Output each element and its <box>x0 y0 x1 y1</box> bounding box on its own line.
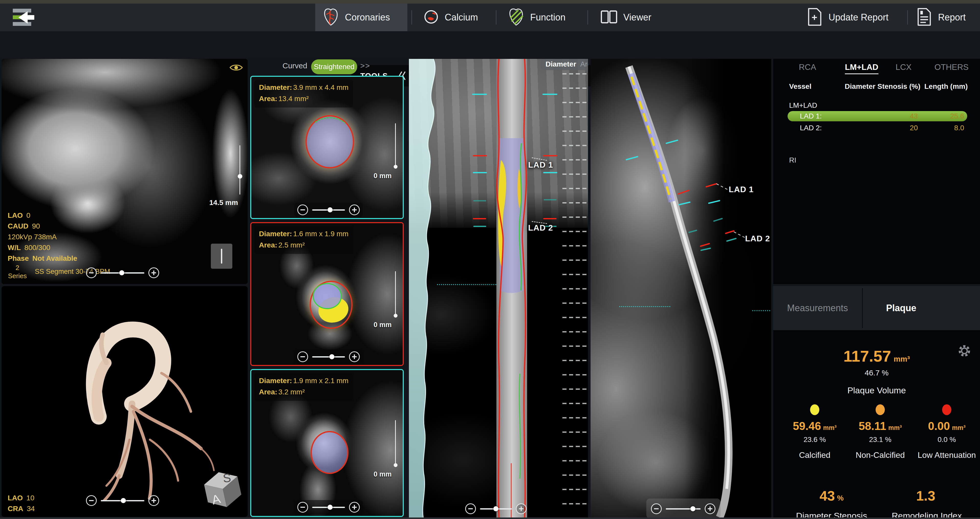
zoom-slider-handle[interactable] <box>119 270 124 275</box>
visibility-toggle-button[interactable] <box>228 61 244 74</box>
diameter-column-toggle[interactable]: Diameter <box>546 60 576 68</box>
vessel-tab-lcx[interactable]: LCX <box>896 62 912 73</box>
distance-ruler <box>395 420 396 465</box>
non-calcified-dot-icon <box>876 404 885 415</box>
slab-thickness-label: 14.5 mm <box>209 199 238 207</box>
thickness-slider-handle[interactable] <box>238 174 242 178</box>
vessel-tab-others[interactable]: OTHERS <box>934 62 969 73</box>
zoom-slider-track[interactable] <box>666 508 701 509</box>
eye-icon <box>229 63 243 72</box>
zoom-slider-track[interactable] <box>101 272 144 274</box>
tab-function[interactable]: Function <box>501 3 583 31</box>
viewer-layout-icon <box>601 10 617 25</box>
zoom-in-button[interactable] <box>349 502 360 513</box>
area-label: Area: <box>259 95 277 103</box>
zoom-slider-track[interactable] <box>312 356 345 358</box>
overlay-value: Not Available <box>32 255 77 263</box>
plaque-component-calcified: 59.46mm³ 23.6 % Calcified <box>781 404 848 460</box>
ruler-position-label: 0 mm <box>374 172 392 180</box>
table-row-lad2[interactable]: LAD 2: 20 8.0 <box>788 123 967 133</box>
vessel-tab-rca[interactable]: RCA <box>799 62 816 73</box>
component-percent: 23.6 % <box>781 436 848 444</box>
expand-cross-sections-button[interactable]: >> <box>360 61 370 70</box>
thickness-slider[interactable] <box>240 145 240 194</box>
report-label: Report <box>938 12 966 23</box>
vessel-name: LAD 1: <box>800 112 822 120</box>
axial-mpr-viewport[interactable]: LAO0 CAUD90 120kVp 738mA W/L800/300 Phas… <box>2 59 248 284</box>
zoom-in-button[interactable] <box>705 503 716 514</box>
curved-view-toggle[interactable]: Curved <box>283 61 307 70</box>
update-report-button[interactable]: Update Report <box>808 3 888 31</box>
lesion-label-lad1[interactable]: LAD 1 <box>528 160 553 170</box>
overlay-value: 120kVp 738mA <box>8 233 57 241</box>
orientation-cube[interactable]: S A <box>197 465 243 514</box>
tab-coronaries[interactable]: Coronaries <box>315 3 407 31</box>
zoom-out-button[interactable] <box>86 495 97 506</box>
cross-section-proximal-viewport[interactable]: Diameter: 3.9 mm x 4.4 mm Area: 13.4 mm²… <box>250 76 404 219</box>
lesion-boundary-tick <box>472 94 487 95</box>
straightened-view-toggle[interactable]: Straightened <box>311 59 357 74</box>
cross-section-distal-viewport[interactable]: Diameter: 1.9 mm x 2.1 mm Area: 3.2 mm² … <box>250 369 404 517</box>
function-heart-icon <box>508 8 524 27</box>
straightened-cmpr-viewport[interactable]: Diameter Area LAD 1 LAD 2 <box>409 59 588 517</box>
tab-plaque[interactable]: Plaque <box>863 286 940 330</box>
cross-section-lesion-viewport[interactable]: Diameter: 1.6 mm x 1.9 mm Area: 2.5 mm² … <box>250 222 404 366</box>
overlay-label: CAUD <box>8 222 29 230</box>
zoom-slider-handle[interactable] <box>690 506 695 511</box>
report-button[interactable]: Report <box>917 3 966 31</box>
zoom-out-button[interactable] <box>298 204 308 215</box>
zoom-in-button[interactable] <box>349 204 360 215</box>
report-document-icon <box>917 8 931 27</box>
zoom-out-button[interactable] <box>298 502 308 513</box>
volume-rendering-viewport[interactable]: LAO10 CRA34 S A <box>2 286 248 517</box>
metric-value: 43 <box>819 488 835 503</box>
stenosis-marker-tick <box>473 155 487 156</box>
overlay-label: CRA <box>8 505 23 513</box>
diameter-label: Diameter: <box>259 230 292 238</box>
analysis-tab-bar: Measurements Plaque <box>773 286 980 330</box>
vessel-wall-contour <box>311 431 348 474</box>
lumen-contour <box>309 117 351 150</box>
tab-calcium[interactable]: Calcium <box>416 3 493 31</box>
area-value: 2.5 mm² <box>278 241 305 249</box>
lesion-label-lad2[interactable]: LAD 2 <box>745 234 770 244</box>
zoom-slider-handle[interactable] <box>121 498 126 503</box>
zoom-out-button[interactable] <box>465 503 476 514</box>
component-value: 59.46 <box>793 420 821 432</box>
component-label: Calcified <box>781 451 848 460</box>
vessel-tab-lm-lad[interactable]: LM+LAD <box>845 62 878 74</box>
zoom-slider-handle[interactable] <box>329 354 334 359</box>
tab-measurements[interactable]: Measurements <box>773 286 862 330</box>
zoom-in-button[interactable] <box>148 267 159 278</box>
zoom-slider-track[interactable] <box>101 500 144 501</box>
zoom-slider-track[interactable] <box>480 508 512 509</box>
zoom-slider-handle[interactable] <box>328 505 332 510</box>
series-label: Series <box>5 272 30 280</box>
lesion-label-lad2[interactable]: LAD 2 <box>528 223 553 232</box>
diameter-value: 1.9 mm x 2.1 mm <box>293 377 348 385</box>
lesion-boundary-tick <box>473 226 486 227</box>
table-row-lad1[interactable]: LAD 1: 43 25.6 <box>788 111 967 121</box>
zoom-slider-track[interactable] <box>312 209 345 211</box>
window-level-handle[interactable] <box>211 244 232 269</box>
zoom-in-button[interactable] <box>516 503 527 514</box>
zoom-slider-handle[interactable] <box>493 506 498 511</box>
zoom-in-button[interactable] <box>148 495 159 506</box>
zoom-out-button[interactable] <box>298 351 308 362</box>
zoom-out-button[interactable] <box>651 503 662 514</box>
main-menu-button[interactable] <box>11 8 36 27</box>
curved-mpr-viewport[interactable]: LAD 1 LAD 2 <box>590 59 771 517</box>
area-column-toggle[interactable]: Area <box>580 60 588 68</box>
plaque-component-low-attenuation: 0.00mm³ 0.0 % Low Attenuation <box>913 404 980 460</box>
column-header-stenosis: Diameter Stenosis (%) <box>845 83 920 91</box>
zoom-slider-track[interactable] <box>312 507 345 508</box>
zoom-out-button[interactable] <box>86 267 97 278</box>
metric-value: 1.3 <box>916 488 935 503</box>
zoom-slider-handle[interactable] <box>328 207 332 212</box>
zoom-in-button[interactable] <box>349 351 360 362</box>
tab-viewer[interactable]: Viewer <box>593 3 667 31</box>
component-unit: mm³ <box>952 424 966 431</box>
dicom-overlay-text: LAO0 CAUD90 120kVp 738mA W/L800/300 Phas… <box>8 212 77 265</box>
lesion-label-lad1[interactable]: LAD 1 <box>729 185 754 194</box>
menu-back-icon <box>11 24 36 28</box>
